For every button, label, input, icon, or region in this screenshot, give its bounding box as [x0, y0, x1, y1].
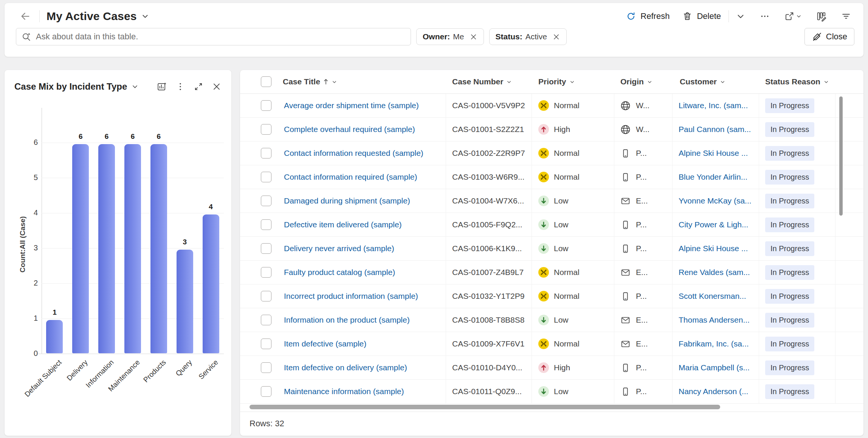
- column-header-customer[interactable]: Customer: [673, 70, 759, 93]
- row-checkbox[interactable]: [261, 196, 271, 206]
- row-checkbox[interactable]: [261, 386, 271, 397]
- case-title-link[interactable]: Item defective (sample): [284, 339, 366, 348]
- bar-default-subject[interactable]: [46, 320, 63, 353]
- table-row[interactable]: Incorrect product information (sample) C…: [240, 284, 863, 308]
- column-header-priority[interactable]: Priority: [532, 70, 614, 93]
- case-title-link[interactable]: Information on the product (sample): [284, 315, 410, 325]
- column-label: Customer: [680, 77, 717, 86]
- more-commands-chevron-button[interactable]: [733, 9, 748, 23]
- table-row[interactable]: Maintenance information (sample) CAS-010…: [240, 380, 863, 404]
- case-title-link[interactable]: Complete overhaul required (sample): [284, 125, 415, 134]
- row-checkbox[interactable]: [261, 172, 271, 182]
- row-checkbox[interactable]: [261, 124, 271, 135]
- table-row[interactable]: Defective item delivered (sample) CAS-01…: [240, 213, 863, 237]
- column-label: Case Number: [452, 77, 503, 86]
- customer-link[interactable]: Paul Cannon (sam...: [679, 125, 751, 134]
- case-title-link[interactable]: Damaged during shipment (sample): [284, 196, 410, 205]
- overflow-menu-button[interactable]: [758, 9, 772, 23]
- customer-link[interactable]: Alpine Ski House ...: [679, 149, 748, 158]
- customer-link[interactable]: Fabrikam, Inc. (sa...: [679, 339, 749, 348]
- status-badge: In Progress: [765, 241, 814, 256]
- table-row[interactable]: Information on the product (sample) CAS-…: [240, 308, 863, 332]
- column-header-status-reason[interactable]: Status Reason: [759, 70, 835, 93]
- table-row[interactable]: Delivery never arrived (sample) CAS-0100…: [240, 237, 863, 261]
- table-row[interactable]: Contact information requested (sample) C…: [240, 141, 863, 165]
- row-checkbox[interactable]: [261, 267, 271, 278]
- customer-link[interactable]: City Power & Ligh...: [679, 220, 748, 229]
- select-all-checkbox[interactable]: [240, 70, 278, 93]
- customer-link[interactable]: Litware, Inc. (sam...: [679, 101, 748, 110]
- envelope-icon: [620, 196, 631, 206]
- filter-pill-status[interactable]: Status: Active: [489, 28, 567, 45]
- case-title-link[interactable]: Maintenance information (sample): [284, 387, 404, 396]
- table-row[interactable]: Average order shipment time (sample) CAS…: [240, 94, 863, 118]
- bar-query[interactable]: [177, 250, 193, 353]
- filter-button[interactable]: [839, 9, 854, 24]
- view-selector-chevron-icon[interactable]: [141, 12, 149, 20]
- edit-columns-button[interactable]: [814, 9, 829, 24]
- refresh-button[interactable]: Refresh: [623, 9, 673, 23]
- customer-link[interactable]: Rene Valdes (sam...: [679, 268, 750, 277]
- filter-pill-owner[interactable]: Owner: Me: [416, 28, 484, 45]
- vertical-scrollbar[interactable]: [839, 96, 843, 216]
- delete-button[interactable]: Delete: [679, 9, 724, 23]
- case-title-link[interactable]: Average order shipment time (sample): [284, 101, 419, 110]
- row-checkbox[interactable]: [261, 315, 271, 325]
- column-header-case-title[interactable]: Case Title: [278, 70, 446, 93]
- remove-filter-icon[interactable]: [470, 33, 477, 41]
- case-number: CAS-01007-Z4B9L7: [452, 268, 524, 277]
- customer-link[interactable]: Blue Yonder Airlin...: [679, 172, 747, 182]
- case-title-link[interactable]: Contact information requested (sample): [284, 149, 423, 158]
- close-ask-data-button[interactable]: Close: [804, 28, 854, 45]
- customer-link[interactable]: Maria Campbell (s...: [679, 363, 750, 372]
- globe-icon: [620, 124, 631, 135]
- x-tick-label: Products: [116, 358, 168, 410]
- table-row[interactable]: Item defective on delivery (sample) CAS-…: [240, 356, 863, 380]
- case-title-link[interactable]: Incorrect product information (sample): [284, 292, 418, 301]
- row-checkbox[interactable]: [261, 339, 271, 349]
- row-checkbox[interactable]: [261, 148, 271, 158]
- table-row[interactable]: Complete overhaul required (sample) CAS-…: [240, 118, 863, 141]
- column-label: Priority: [538, 77, 566, 86]
- checkbox[interactable]: [261, 76, 271, 87]
- row-checkbox[interactable]: [261, 291, 271, 301]
- bar-maintenance[interactable]: [124, 144, 141, 353]
- customer-link[interactable]: Thomas Andersen...: [679, 315, 750, 325]
- chevron-down-icon: [569, 79, 575, 85]
- case-title-link[interactable]: Faulty product catalog (sample): [284, 268, 395, 277]
- row-checkbox[interactable]: [261, 219, 271, 230]
- ask-data-search-input[interactable]: Ask about data in this table.: [16, 28, 411, 45]
- filter-pill-value: Active: [525, 32, 547, 41]
- bar-information[interactable]: [98, 144, 115, 353]
- bar-service[interactable]: [203, 214, 219, 353]
- back-button[interactable]: [18, 9, 33, 23]
- bar-value-label: 6: [150, 132, 167, 141]
- filter-pill-label: Status:: [496, 32, 522, 41]
- row-checkbox[interactable]: [261, 362, 271, 373]
- status-badge: In Progress: [765, 170, 814, 185]
- row-checkbox[interactable]: [261, 243, 271, 254]
- case-title-link[interactable]: Contact information required (sample): [284, 172, 417, 182]
- customer-link[interactable]: Nancy Anderson (...: [679, 387, 748, 396]
- table-row[interactable]: Damaged during shipment (sample) CAS-010…: [240, 189, 863, 213]
- customer-link[interactable]: Alpine Ski House ...: [679, 244, 748, 253]
- table-row[interactable]: Item defective (sample) CAS-01009-X7F6V1…: [240, 332, 863, 356]
- customer-link[interactable]: Scott Konersman...: [679, 292, 746, 301]
- row-checkbox[interactable]: [261, 100, 271, 111]
- case-title-link[interactable]: Item defective on delivery (sample): [284, 363, 407, 372]
- bar-delivery[interactable]: [72, 144, 89, 353]
- horizontal-scrollbar[interactable]: [250, 405, 720, 409]
- case-title-link[interactable]: Delivery never arrived (sample): [284, 244, 394, 253]
- share-button[interactable]: [782, 9, 804, 24]
- customer-link[interactable]: Yvonne McKay (sa...: [679, 196, 752, 205]
- bar-value-label: 6: [124, 132, 141, 141]
- case-title-link[interactable]: Defective item delivered (sample): [284, 220, 402, 229]
- bar-products[interactable]: [150, 144, 167, 353]
- remove-filter-icon[interactable]: [552, 33, 560, 41]
- priority-high-icon: [538, 362, 549, 373]
- column-header-case-number[interactable]: Case Number: [446, 70, 532, 93]
- table-row[interactable]: Faulty product catalog (sample) CAS-0100…: [240, 261, 863, 284]
- table-row[interactable]: Contact information required (sample) CA…: [240, 165, 863, 189]
- column-header-origin[interactable]: Origin: [614, 70, 673, 93]
- x-tick-label: Delivery: [38, 358, 90, 410]
